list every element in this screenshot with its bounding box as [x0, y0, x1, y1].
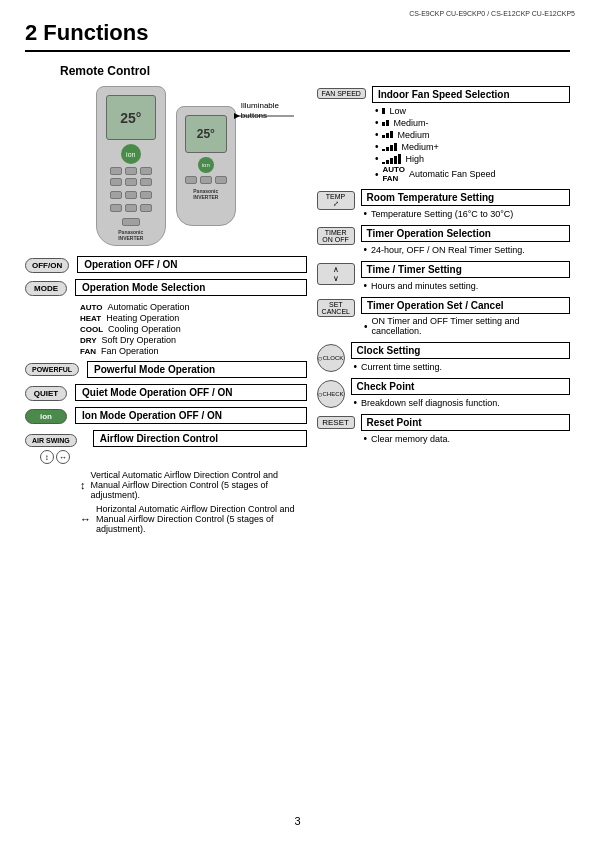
reset-detail: Clear memory data. [361, 433, 570, 444]
quiet-block: QUIET Quiet Mode Operation OFF / ON [25, 384, 307, 401]
check-label: Check Point [351, 378, 570, 395]
airswing-button: AIR SWING [25, 434, 77, 447]
temp-button: TEMP⤢ [317, 191, 355, 210]
fanspeed-button: FAN SPEED [317, 88, 366, 99]
speed-auto: AUTOFAN Automatic Fan Speed [375, 165, 570, 183]
fanspeed-detail: Low Medium- Medium [372, 105, 570, 183]
temp-label: Room Temperature Setting [361, 189, 570, 206]
speed-medium-minus: Medium- [375, 117, 570, 128]
page-number: 3 [294, 815, 300, 827]
fanspeed-block: FAN SPEED Indoor Fan Speed Selection Low [317, 86, 570, 184]
speed-low: Low [375, 105, 570, 116]
updown-button: ∧∨ [317, 263, 355, 285]
clock-label: Clock Setting [351, 342, 570, 359]
updown-desc: Hours and minutes setting. [364, 280, 570, 291]
updown-block: ∧∨ Time / Timer Setting Hours and minute… [317, 261, 570, 292]
setcancel-detail: ON Timer and OFF Timer setting and cance… [361, 316, 570, 336]
mode-detail: AUTO Automatic Operation HEAT Heating Op… [75, 302, 307, 356]
powerful-label: Powerful Mode Operation [87, 361, 307, 378]
setcancel-button: SETCANCEL [317, 299, 355, 317]
remote-control-image-right: 25° ion PanasonicINVERTER [176, 106, 236, 226]
temp-block: TEMP⤢ Room Temperature Setting Temperatu… [317, 189, 570, 220]
timer-onoff-button: TIMERON OFF [317, 227, 355, 245]
quiet-button: QUIET [25, 386, 67, 401]
timer-sel-detail: 24-hour, OFF / ON Real Timer Setting. [361, 244, 570, 255]
clock-block: ○CLOCK Clock Setting Current time settin… [317, 342, 570, 373]
setcancel-block: SETCANCEL Timer Operation Set / Cancel O… [317, 297, 570, 337]
airswing-horizontal: ↔ Horizontal Automatic Airflow Direction… [80, 504, 307, 534]
page-title: 2 Functions [25, 20, 570, 52]
model-number: CS-E9CKP CU-E9CKP0 / CS-E12CKP CU-E12CKP… [409, 10, 575, 17]
powerful-block: POWERFUL Powerful Mode Operation [25, 361, 307, 378]
timer-sel-block: TIMERON OFF Timer Operation Selection 24… [317, 225, 570, 256]
reset-button: RESET [317, 416, 355, 429]
speed-medium: Medium [375, 129, 570, 140]
reset-label: Reset Point [361, 414, 570, 431]
reset-block: RESET Reset Point Clear memory data. [317, 414, 570, 445]
clock-desc: Current time setting. [354, 361, 570, 372]
reset-desc: Clear memory data. [364, 433, 570, 444]
offon-button: OFF/ON [25, 258, 69, 273]
mode-block: MODE Operation Mode Selection [25, 279, 307, 296]
mode-button: MODE [25, 281, 67, 296]
updown-label: Time / Timer Setting [361, 261, 570, 278]
offon-label: Operation OFF / ON [77, 256, 306, 273]
check-desc: Breakdown self diagnosis function. [354, 397, 570, 408]
temp-range: Temperature Setting (16°C to 30°C) [364, 208, 570, 219]
speed-medium-plus: Medium+ [375, 141, 570, 152]
setcancel-label: Timer Operation Set / Cancel [361, 297, 570, 314]
airswing-vertical: ↕ Vertical Automatic Airflow Direction C… [80, 470, 307, 500]
fanspeed-label: Indoor Fan Speed Selection [372, 86, 570, 103]
timer-sel-desc: 24-hour, OFF / ON Real Timer Setting. [364, 244, 570, 255]
offon-block: OFF/ON Operation OFF / ON [25, 256, 307, 273]
mode-dry: DRY Soft Dry Operation [80, 335, 307, 345]
updown-detail: Hours and minutes setting. [361, 280, 570, 291]
airswing-icons: ↕ ↔ [40, 450, 70, 464]
setcancel-desc: ON Timer and OFF Timer setting and cance… [364, 316, 570, 336]
mode-auto: AUTO Automatic Operation [80, 302, 307, 312]
airswing-label: Airflow Direction Control [93, 430, 307, 447]
clock-detail: Current time setting. [351, 361, 570, 372]
ion-block: ion Ion Mode Operation OFF / ON [25, 407, 307, 424]
airswing-detail: ↕ Vertical Automatic Airflow Direction C… [75, 470, 307, 534]
svg-marker-1 [234, 113, 240, 119]
temp-detail: Temperature Setting (16°C to 30°C) [361, 208, 570, 219]
airswing-block: AIR SWING ↕ ↔ Airflow Direction Control [25, 430, 307, 464]
check-block: ○CHECK Check Point Breakdown self diagno… [317, 378, 570, 409]
mode-label: Operation Mode Selection [75, 279, 307, 296]
remote-control-label: Remote Control [60, 64, 570, 78]
speed-high: High [375, 153, 570, 164]
timer-sel-label: Timer Operation Selection [361, 225, 570, 242]
remote-control-image-left: 25° ion [96, 86, 166, 246]
check-detail: Breakdown self diagnosis function. [351, 397, 570, 408]
mode-fan: FAN Fan Operation [80, 346, 307, 356]
illuminable-arrow [234, 108, 299, 128]
mode-heat: HEAT Heating Operation [80, 313, 307, 323]
check-button: ○CHECK [317, 380, 345, 408]
clock-button: ○CLOCK [317, 344, 345, 372]
ion-button: ion [25, 409, 67, 424]
mode-cool: COOL Cooling Operation [80, 324, 307, 334]
quiet-label: Quiet Mode Operation OFF / ON [75, 384, 307, 401]
ion-label: Ion Mode Operation OFF / ON [75, 407, 307, 424]
powerful-button: POWERFUL [25, 363, 79, 376]
